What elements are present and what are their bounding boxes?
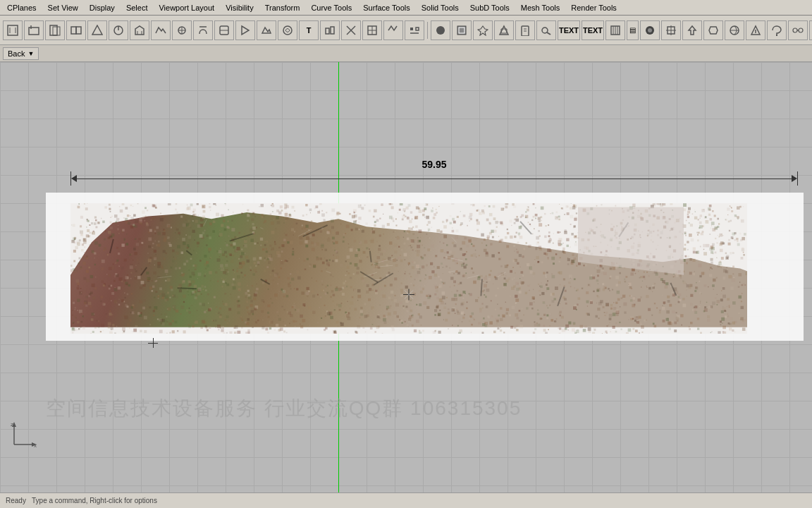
- menu-setview[interactable]: Set View: [42, 2, 84, 13]
- toolbar-btn-30[interactable]: [682, 20, 702, 40]
- svg-marker-20: [242, 26, 249, 35]
- menu-viewport-layout[interactable]: Viewport Layout: [153, 2, 220, 13]
- toolbar-btn-5[interactable]: [87, 20, 107, 40]
- svg-point-21: [283, 26, 292, 35]
- status-text: Ready Type a command, Right-click for op…: [6, 497, 157, 504]
- toolbar-btn-20[interactable]: [431, 20, 450, 40]
- toolbar-btn-24[interactable]: [515, 20, 535, 40]
- svg-rect-3: [29, 28, 39, 35]
- toolbar-btn-text2[interactable]: TEXT: [558, 20, 580, 40]
- viewport[interactable]: 59.95 空间信息技术设备服务 行业交流QQ群 106315305 x z: [0, 62, 812, 492]
- menu-surface-tools[interactable]: Surface Tools: [357, 2, 415, 13]
- toolbar-btn-31[interactable]: [703, 20, 723, 40]
- toolbar-btn-11[interactable]: [214, 20, 234, 40]
- toolbar-btn-13[interactable]: [257, 20, 276, 40]
- dim-arrow-left: [71, 175, 77, 182]
- toolbar-btn-12[interactable]: [235, 20, 255, 40]
- svg-rect-23: [331, 27, 334, 34]
- svg-text:z: z: [11, 421, 13, 428]
- toolbar-btn-4[interactable]: [66, 20, 86, 40]
- svg-rect-30: [416, 28, 419, 30]
- svg-point-56: [793, 28, 797, 32]
- svg-rect-7: [71, 27, 76, 34]
- menu-cplanes[interactable]: CPlanes: [1, 2, 42, 13]
- toolbar-btn-text1[interactable]: T: [299, 20, 319, 40]
- toolbar-btn-21[interactable]: [452, 20, 472, 40]
- toolbar-btn-18[interactable]: [383, 20, 403, 40]
- dim-line-body: [77, 179, 792, 179]
- toolbar-btn-text3[interactable]: TEXT: [582, 20, 604, 40]
- toolbar-btn-17[interactable]: [362, 20, 382, 40]
- toolbar-btn-33[interactable]: [746, 20, 765, 40]
- terrain-canvas: [70, 203, 747, 334]
- toolbar-btn-2[interactable]: [24, 20, 44, 40]
- toolbar-btn-29[interactable]: [661, 20, 681, 40]
- toolbar-btn-32[interactable]: [725, 20, 744, 40]
- back-bar: Back ▼: [0, 45, 812, 62]
- toolbar-btn-28[interactable]: [640, 20, 660, 40]
- toolbar-btn-14[interactable]: [278, 20, 297, 40]
- toolbar-btn-26[interactable]: [605, 20, 625, 40]
- menu-transform[interactable]: Transform: [259, 2, 306, 13]
- toolbar-btn-34[interactable]: [767, 20, 787, 40]
- toolbar-btn-1[interactable]: [3, 20, 23, 40]
- svg-rect-6: [53, 27, 60, 35]
- watermark-text: 空间信息技术设备服务 行业交流QQ群 106315305: [46, 395, 522, 422]
- menu-select[interactable]: Select: [121, 2, 154, 13]
- dim-tick-right: [797, 171, 798, 186]
- toolbar-btn-15[interactable]: [320, 20, 340, 40]
- toolbar-btn-19[interactable]: [405, 20, 424, 40]
- svg-line-41: [547, 32, 550, 35]
- toolbar-btn-3[interactable]: [45, 20, 65, 40]
- toolbar-btn-36[interactable]: [809, 20, 812, 40]
- toolbar-btn-8[interactable]: [151, 20, 171, 40]
- menu-render-tools[interactable]: Render Tools: [565, 2, 622, 13]
- coordinate-axis: x z: [7, 420, 39, 454]
- dim-tick-left: [70, 171, 71, 186]
- svg-point-57: [799, 28, 803, 32]
- svg-point-47: [648, 28, 652, 32]
- dimension-container: 59.95: [70, 171, 798, 186]
- menu-curve-tools[interactable]: Curve Tools: [305, 2, 357, 13]
- menu-bar: CPlanes Set View Display Select Viewport…: [0, 0, 812, 16]
- menu-mesh-tools[interactable]: Mesh Tools: [515, 2, 565, 13]
- status-bar: Ready Type a command, Right-click for op…: [0, 492, 812, 508]
- svg-rect-22: [326, 28, 329, 34]
- toolbar: T TEXT TEXT ▤: [0, 16, 812, 45]
- toolbar-btn-22[interactable]: [473, 20, 493, 40]
- toolbar-btn-7[interactable]: [130, 20, 149, 40]
- toolbar-btn-27[interactable]: ▤: [627, 20, 639, 40]
- svg-point-40: [542, 28, 548, 33]
- terrain-container: [46, 193, 804, 341]
- toolbar-btn-25[interactable]: [536, 20, 556, 40]
- back-button[interactable]: Back ▼: [3, 47, 39, 60]
- menu-solid-tools[interactable]: Solid Tools: [416, 2, 465, 13]
- toolbar-btn-35[interactable]: [788, 20, 808, 40]
- svg-point-32: [436, 26, 445, 35]
- menu-visibility[interactable]: Visibility: [220, 2, 259, 13]
- dim-arrow-right: [792, 175, 797, 182]
- back-label: Back: [8, 49, 25, 58]
- toolbar-btn-9[interactable]: [172, 20, 192, 40]
- dimension-value: 59.95: [422, 159, 446, 170]
- svg-marker-9: [92, 25, 102, 35]
- back-dropdown-arrow[interactable]: ▼: [27, 50, 34, 57]
- svg-rect-29: [410, 28, 413, 30]
- svg-rect-0: [8, 25, 18, 35]
- menu-subd-tools[interactable]: SubD Tools: [465, 2, 515, 13]
- toolbar-sep-1: [427, 22, 428, 39]
- dimension-line: [70, 171, 798, 186]
- toolbar-btn-16[interactable]: [341, 20, 361, 40]
- toolbar-btn-6[interactable]: [109, 20, 128, 40]
- menu-display[interactable]: Display: [84, 2, 121, 13]
- toolbar-btn-23[interactable]: [494, 20, 514, 40]
- svg-rect-8: [76, 27, 81, 34]
- svg-text:x: x: [34, 442, 37, 449]
- toolbar-btn-10[interactable]: [193, 20, 213, 40]
